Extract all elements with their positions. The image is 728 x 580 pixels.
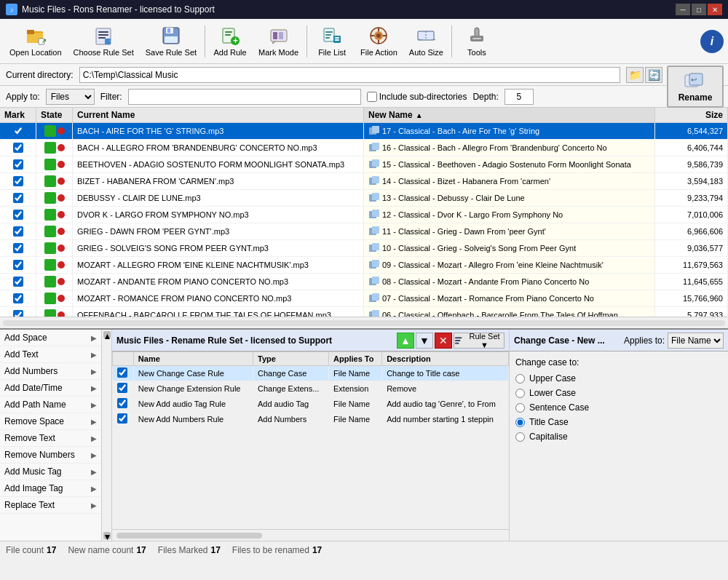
row-checkbox[interactable] <box>13 243 23 253</box>
state-icon-green <box>44 309 56 317</box>
state-icon-red <box>58 211 65 218</box>
sidebar-item-add-path-name[interactable]: Add Path Name ▶ <box>0 397 101 413</box>
sidebar-item-remove-space[interactable]: Remove Space ▶ <box>0 413 101 430</box>
table-row[interactable]: BIZET - HABANERA FROM 'CARMEN'.mp3 14 - … <box>0 173 728 190</box>
file-list-button[interactable]: File List <box>310 22 354 61</box>
table-row[interactable]: DEBUSSY - CLAIR DE LUNE.mp3 13 - Classic… <box>0 190 728 207</box>
info-button[interactable]: i <box>700 30 724 53</box>
table-row[interactable]: DVOR K - LARGO FROM SYMPHONY NO.mp3 12 -… <box>0 207 728 223</box>
col-type[interactable]: Type <box>253 352 328 366</box>
rule-checkbox[interactable] <box>117 413 127 424</box>
table-row[interactable]: GRIEG - DAWN FROM 'PEER GYNT'.mp3 11 - C… <box>0 223 728 240</box>
browse-folder-button[interactable]: 📁 <box>626 67 644 83</box>
svg-rect-27 <box>325 37 330 39</box>
state-icon-green <box>44 125 56 137</box>
table-row[interactable]: MOZART - ROMANCE FROM PIANO CONCERTO NO.… <box>0 290 728 307</box>
radio-upper-case[interactable]: Upper Case <box>515 372 722 385</box>
col-description[interactable]: Description <box>382 352 509 366</box>
col-name[interactable]: Name <box>133 352 253 366</box>
delete-rule-button[interactable]: ✕ <box>435 333 452 349</box>
refresh-button[interactable]: 🔄 <box>645 67 662 83</box>
list-item[interactable]: New Change Case Rule Change Case File Na… <box>113 366 509 381</box>
rule-checkbox[interactable] <box>117 368 127 378</box>
save-ruleset-button[interactable]: Save Rule Set <box>141 22 202 61</box>
svg-rect-53 <box>372 159 379 167</box>
sidebar-item-add-text[interactable]: Add Text ▶ <box>0 346 101 363</box>
svg-rect-78 <box>455 342 459 343</box>
move-up-button[interactable]: ▲ <box>397 333 414 349</box>
row-checkbox[interactable] <box>13 293 23 303</box>
scroll-down-button[interactable]: ▼ <box>103 532 111 539</box>
sidebar-scrollbar[interactable]: ▲ ▼ <box>102 330 112 541</box>
col-name-header[interactable] <box>113 352 134 366</box>
col-current-name[interactable]: Current Name <box>73 108 364 122</box>
svg-text:✔: ✔ <box>272 39 277 46</box>
ruleset-dropdown-button[interactable]: Rule Set ▼ <box>454 333 505 349</box>
tools-button[interactable]: Tools <box>455 22 499 61</box>
filter-input[interactable] <box>128 89 361 105</box>
add-rule-button[interactable]: + Add Rule <box>208 22 252 61</box>
directory-input[interactable] <box>79 67 620 83</box>
open-location-button[interactable]: ↗ Open Location <box>4 22 67 61</box>
sidebar-item-remove-numbers[interactable]: Remove Numbers ▶ <box>0 447 101 464</box>
list-item[interactable]: New Change Extension Rule Change Extens.… <box>113 381 509 397</box>
mark-mode-button[interactable]: ✔ Mark Mode <box>253 22 304 61</box>
sidebar-item-add-music-tag[interactable]: Add Music Tag ▶ <box>0 464 101 480</box>
list-item[interactable]: New Add audio Tag Rule Add audio Tag Fil… <box>113 397 509 412</box>
close-button[interactable]: ✕ <box>708 4 722 15</box>
row-checkbox[interactable] <box>13 193 23 203</box>
maximize-button[interactable]: □ <box>692 4 706 15</box>
file-action-button[interactable]: File Action <box>355 22 403 61</box>
row-checkbox[interactable] <box>13 143 23 153</box>
rule-checkbox[interactable] <box>117 398 127 408</box>
col-size[interactable]: Size <box>655 108 728 122</box>
table-row[interactable]: BEETHOVEN - ADAGIO SOSTENUTO FORM MOONLI… <box>0 156 728 173</box>
row-checkbox[interactable] <box>13 210 23 220</box>
sidebar-item-replace-text[interactable]: Replace Text ▶ <box>0 497 101 514</box>
table-row[interactable]: MOZART - ALLEGRO FROM 'EINE KLEINE NACHT… <box>0 257 728 274</box>
radio-title-case[interactable]: Title Case <box>515 416 722 429</box>
auto-size-button[interactable]: ←→ Auto Size <box>404 22 448 61</box>
rename-button[interactable]: ↩ Rename <box>667 65 724 108</box>
svg-rect-6 <box>98 31 108 33</box>
sidebar-item-add-image-tag[interactable]: Add Image Tag ▶ <box>0 480 101 497</box>
row-checkbox[interactable] <box>13 260 23 270</box>
rule-table: Name Type Applies To Description New Cha… <box>112 351 509 427</box>
sidebar-item-add-numbers[interactable]: Add Numbers ▶ <box>0 363 101 380</box>
row-checkbox[interactable] <box>13 126 23 136</box>
include-subdirs-label[interactable]: Include sub-directories <box>367 92 467 102</box>
ruleset-hscroll[interactable] <box>112 529 509 541</box>
table-row[interactable]: OFFENBACH - BARCAROLLE FROM THE TALES OF… <box>0 307 728 317</box>
rule-checkbox[interactable] <box>117 383 127 393</box>
table-row[interactable]: GRIEG - SOLVEIG'S SONG FROM PEER GYNT.mp… <box>0 240 728 257</box>
include-subdirs-checkbox[interactable] <box>367 92 377 102</box>
row-checkbox[interactable] <box>13 226 23 237</box>
radio-capitalise[interactable]: Capitalise <box>515 430 722 443</box>
scroll-up-button[interactable]: ▲ <box>103 331 111 338</box>
minimize-button[interactable]: ─ <box>676 4 690 15</box>
file-list-hscroll[interactable] <box>0 317 728 328</box>
choose-ruleset-button[interactable]: → Choose Rule Set <box>68 22 139 61</box>
rule-name-cell: New Add audio Tag Rule <box>133 397 253 412</box>
table-row[interactable]: BACH - ALLEGRO FROM 'BRANDENBURG' CONCER… <box>0 140 728 156</box>
file-action-icon <box>367 25 390 47</box>
sidebar-item-add-space[interactable]: Add Space ▶ <box>0 330 101 346</box>
radio-lower-case[interactable]: Lower Case <box>515 386 722 400</box>
apply-to-select[interactable]: Files Folders Both <box>46 89 95 105</box>
row-checkbox[interactable] <box>13 277 23 287</box>
row-checkbox[interactable] <box>13 159 23 170</box>
applies-to-select[interactable]: File Name Extension Both <box>668 333 724 349</box>
row-checkbox[interactable] <box>13 310 23 317</box>
row-checkbox[interactable] <box>13 176 23 186</box>
sidebar-item-remove-text[interactable]: Remove Text ▶ <box>0 430 101 447</box>
table-row[interactable]: MOZART - ANDANTE FROM PIANO CONCERTO NO.… <box>0 274 728 290</box>
col-new-name[interactable]: New Name ▲ <box>364 108 655 122</box>
depth-input[interactable] <box>505 89 534 105</box>
sidebar-item-add-datetime[interactable]: Add Date/Time ▶ <box>0 380 101 397</box>
move-down-button[interactable]: ▼ <box>416 333 433 349</box>
table-row[interactable]: BACH - AIRE FOR THE 'G' STRING.mp3 17 - … <box>0 123 728 140</box>
radio-sentence-case[interactable]: Sentence Case <box>515 401 722 414</box>
col-applies[interactable]: Applies To <box>329 352 382 366</box>
list-item[interactable]: New Add Numbers Rule Add Numbers File Na… <box>113 412 509 427</box>
size-cell: 15,766,960 <box>655 290 728 306</box>
